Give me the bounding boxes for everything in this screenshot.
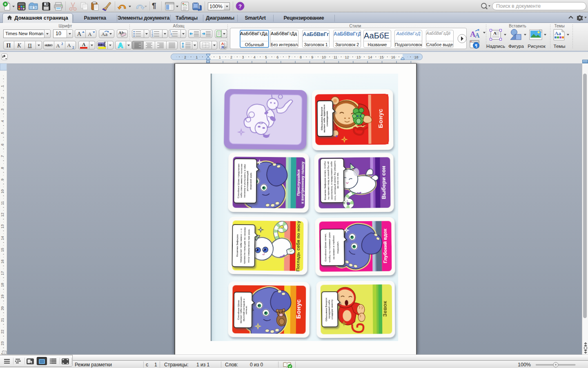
svg-text:16: 16	[391, 55, 395, 59]
svg-text:3: 3	[151, 34, 153, 37]
svg-text:Aa: Aa	[101, 31, 107, 37]
svg-text:A: A	[67, 42, 71, 48]
svg-text:5: 5	[0, 132, 4, 134]
svg-text:A: A	[77, 31, 82, 37]
svg-text:Глубокий вдох: Глубокий вдох	[383, 229, 388, 263]
svg-text:2: 2	[72, 45, 74, 49]
svg-text:5: 5	[265, 55, 267, 59]
svg-text:Выбери сон: Выбери сон	[381, 166, 387, 199]
svg-text:морской шум.: морской шум.	[249, 172, 252, 190]
svg-text:11: 11	[334, 55, 337, 59]
svg-text:A: A	[475, 32, 480, 38]
svg-text:к внутреннему голосу: к внутреннему голосу	[300, 161, 305, 204]
svg-text:1: 1	[196, 55, 198, 59]
svg-text:14: 14	[368, 55, 372, 59]
svg-text:4: 4	[0, 120, 4, 122]
svg-text:A: A	[88, 31, 92, 37]
svg-text:Зевок: Зевок	[382, 301, 388, 317]
svg-text:во сне но ва.: во сне но ва.	[336, 172, 339, 188]
svg-text:сладкую зевоту.: сладкую зевоту.	[330, 299, 333, 319]
svg-text:6: 6	[0, 144, 4, 146]
svg-text:сон, который хотел бы увидеть: сон, который хотел бы увидеть	[333, 161, 336, 201]
svg-text:ты принял позу, в какой бы ей: ты принял позу, в какой бы ей	[326, 162, 330, 200]
svg-text:2: 2	[0, 97, 4, 99]
svg-text:2: 2	[184, 55, 186, 59]
svg-text:?: ?	[238, 3, 242, 9]
svg-text:на живот и глубоко: на живот и глубоко	[332, 235, 335, 259]
svg-text:4: 4	[254, 55, 256, 59]
svg-text:Бонус: Бонус	[295, 299, 302, 319]
svg-text:Погладь себя по носу: Погладь себя по носу	[295, 220, 301, 272]
svg-text:8: 8	[300, 55, 302, 59]
svg-text:i: i	[172, 34, 172, 37]
svg-text:7: 7	[288, 55, 290, 59]
svg-text:18: 18	[414, 55, 418, 59]
svg-text:ночью.: ночью.	[245, 305, 247, 314]
svg-text:сновидения.: сновидения.	[325, 110, 328, 126]
svg-text:12: 12	[345, 55, 349, 59]
svg-text:Aa: Aa	[555, 30, 561, 36]
svg-text:10: 10	[322, 55, 326, 59]
svg-text:8: 8	[0, 167, 4, 169]
svg-text:A: A	[118, 42, 123, 49]
svg-text:1: 1	[219, 55, 221, 59]
svg-text:¶: ¶	[475, 43, 477, 48]
svg-text:Бонус: Бонус	[377, 109, 384, 128]
svg-text:захотелось и представил себе: захотелось и представил себе	[330, 161, 333, 200]
svg-text:Слонёнок Шоко хочет,: Слонёнок Шоко хочет,	[324, 233, 327, 262]
svg-text:Кошечка Зефирка: Кошечка Зефирка	[235, 234, 238, 257]
svg-text:подышал.: подышал.	[336, 241, 339, 254]
svg-text:2: 2	[230, 55, 232, 59]
svg-text:ABC: ABC	[98, 43, 105, 47]
svg-text:3: 3	[242, 55, 244, 59]
svg-text:предлагает тебе нежно — о: предлагает тебе нежно — о	[239, 228, 243, 263]
svg-text:песенку и услышать в нём: песенку и услышать в нём	[243, 164, 246, 197]
svg-text:успокаивающий: успокаивающий	[246, 171, 249, 191]
svg-text:1: 1	[0, 85, 4, 87]
svg-text:7: 7	[0, 155, 4, 157]
svg-text:9: 9	[0, 179, 4, 181]
svg-text:П: П	[7, 43, 11, 49]
svg-text:Кошечка Зефирка хочет, чтобы: Кошечка Зефирка хочет, чтобы	[323, 161, 327, 200]
svg-text:15: 15	[379, 55, 383, 59]
svg-text:К: К	[17, 43, 21, 49]
svg-text:П: П	[28, 42, 31, 48]
svg-text:6: 6	[276, 55, 278, 59]
svg-text:A: A	[82, 42, 86, 47]
svg-text:чтобы ты положил руки: чтобы ты положил руки	[328, 232, 331, 263]
svg-text:3: 3	[0, 108, 4, 110]
svg-text:2: 2	[61, 42, 63, 46]
svg-text:9: 9	[311, 55, 313, 59]
svg-text:13: 13	[356, 55, 361, 59]
svg-text:провести пальцем по своему: провести пальцем по своему	[243, 227, 246, 264]
svg-text:A: A	[56, 43, 60, 49]
svg-text:носу сверху вниз три раза.: носу сверху вниз три раза.	[247, 229, 250, 263]
